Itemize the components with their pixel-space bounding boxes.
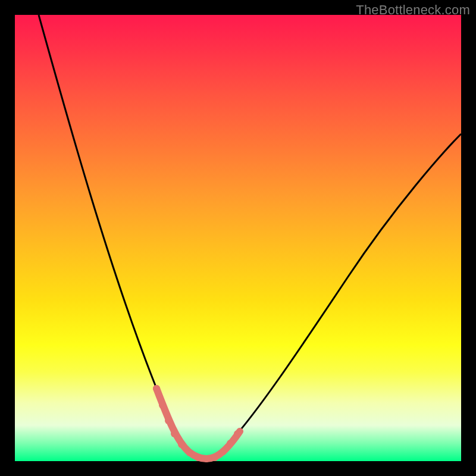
bottleneck-curve	[15, 15, 461, 461]
chart-frame: TheBottleneck.com	[0, 0, 476, 476]
svg-point-10	[227, 440, 234, 447]
svg-point-5	[186, 449, 193, 456]
svg-point-7	[203, 455, 210, 462]
svg-point-4	[178, 441, 185, 448]
svg-point-2	[165, 417, 172, 424]
watermark-text: TheBottleneck.com	[356, 2, 470, 18]
svg-point-3	[171, 430, 178, 437]
plot-area	[15, 15, 461, 461]
svg-point-9	[220, 448, 227, 455]
svg-point-8	[211, 454, 218, 461]
svg-point-0	[153, 385, 160, 392]
svg-point-1	[159, 402, 166, 409]
svg-point-11	[234, 430, 241, 437]
svg-point-6	[195, 454, 202, 461]
curve-path	[39, 15, 461, 458]
